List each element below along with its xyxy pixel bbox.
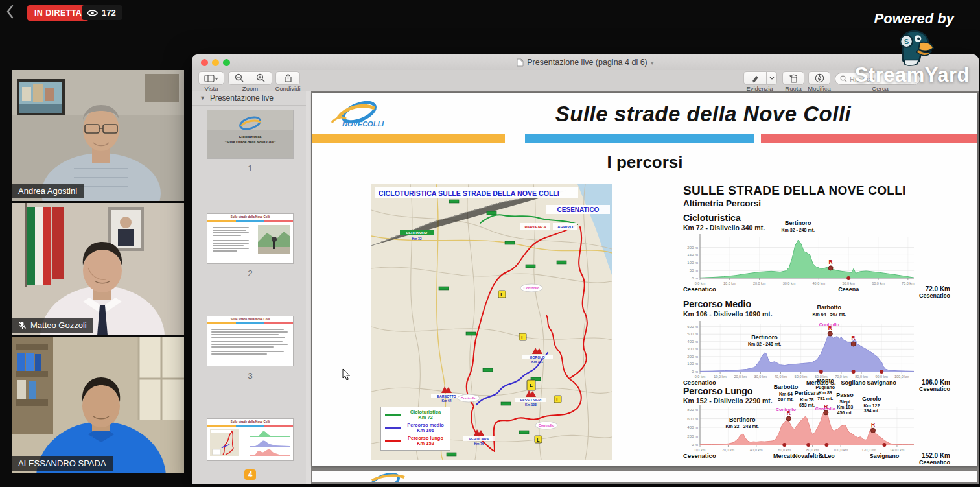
zoom-out-button[interactable] — [228, 71, 250, 85]
svg-text:Gorolo: Gorolo — [862, 396, 881, 402]
thumbnail-page-1[interactable]: Cicloturistica "Sulle strade della Nove … — [207, 110, 293, 158]
svg-text:Km 103: Km 103 — [525, 403, 537, 407]
map-legend: CicloturisticaKm 72 Percorso medioKm 106… — [380, 407, 450, 451]
svg-text:Bertinoro: Bertinoro — [785, 220, 811, 226]
participant-name: Andrea Agostini — [18, 186, 77, 196]
thumbnail-page-2[interactable]: Sulle strade della Nove Colli — [207, 214, 293, 263]
svg-text:600 m: 600 m — [687, 325, 698, 329]
svg-text:791 mt.: 791 mt. — [817, 396, 833, 401]
svg-text:Cesena: Cesena — [838, 286, 859, 292]
zoom-out-icon — [235, 73, 244, 83]
map-title: CICLOTURISTICA SULLE STRADE DELLA NOVE C… — [379, 189, 559, 197]
sidebar-section-label: Presentazione live — [210, 93, 274, 102]
sidebar-scrollbar[interactable] — [306, 91, 311, 484]
mouse-cursor — [342, 368, 351, 383]
slide-page-4: NOVECOLLI Sulle strade della Nove Colli … — [312, 93, 977, 466]
svg-text:50,0 km: 50,0 km — [795, 375, 808, 379]
color-bar-red — [761, 134, 977, 143]
svg-text:GOROLO: GOROLO — [530, 355, 544, 359]
legend-line-swatch — [385, 414, 401, 416]
start-label: PARTENZA — [524, 224, 546, 229]
svg-text:800 m: 800 m — [687, 408, 698, 412]
title-chevron-icon: ▾ — [651, 59, 654, 66]
svg-text:Monte: Monte — [817, 377, 834, 384]
document-icon — [517, 58, 524, 67]
svg-text:10,0 km: 10,0 km — [723, 281, 736, 285]
svg-text:Km 64: Km 64 — [779, 392, 793, 396]
svg-text:Controllo: Controllo — [819, 322, 839, 327]
svg-text:Savignano: Savignano — [870, 453, 900, 459]
svg-text:L: L — [556, 398, 559, 402]
eye-icon — [87, 9, 98, 17]
page-number-3: 3 — [192, 371, 309, 381]
highlight-button[interactable] — [743, 71, 767, 85]
altimetry-subtitle: Altimetria Percorsi — [683, 198, 761, 208]
svg-text:Km 89: Km 89 — [819, 390, 832, 395]
city-label: CESENATICO — [557, 206, 600, 213]
svg-text:Cesenatico: Cesenatico — [683, 452, 716, 459]
svg-text:Km 32 - 248 mt.: Km 32 - 248 mt. — [782, 228, 815, 232]
share-button[interactable] — [275, 71, 300, 85]
altimetry-title: SULLE STRADE DELLA NOVE COLLI — [683, 184, 906, 198]
vista-button[interactable] — [198, 71, 224, 85]
search-icon — [840, 75, 847, 82]
svg-text:Siepi: Siepi — [839, 399, 850, 405]
svg-text:Controllo: Controllo — [461, 396, 477, 400]
svg-text:30,0 km: 30,0 km — [783, 281, 796, 285]
svg-text:150 m: 150 m — [687, 253, 698, 257]
svg-text:40,0 km: 40,0 km — [813, 281, 826, 285]
svg-text:Mercato: Mercato — [773, 453, 796, 459]
svg-text:100,0 km: 100,0 km — [894, 375, 909, 379]
svg-text:L: L — [537, 438, 540, 442]
back-button[interactable] — [5, 4, 22, 22]
zoom-in-icon — [256, 73, 266, 83]
svg-text:80,0 km: 80,0 km — [806, 448, 819, 452]
highlighter-icon — [751, 74, 760, 83]
svg-text:50,0 km: 50,0 km — [842, 281, 855, 285]
svg-text:L: L — [500, 292, 504, 297]
thumb1-caption1: Cicloturistica — [207, 135, 293, 139]
legend-row-cicloturistica: CicloturisticaKm 72 — [385, 410, 447, 420]
markup-button[interactable] — [808, 71, 830, 85]
video-tile-alessandro: ALESSANDRO SPADA — [12, 337, 184, 473]
svg-text:Km 122: Km 122 — [863, 403, 880, 408]
svg-text:30,0 km: 30,0 km — [754, 375, 767, 379]
svg-text:300 m: 300 m — [687, 347, 698, 351]
svg-text:50 m: 50 m — [690, 268, 698, 272]
participant-name-tag: ALESSANDRO SPADA — [12, 456, 113, 471]
thumb1-caption2: "Sulle strade della Nove Colli" — [207, 140, 293, 144]
svg-text:BARBOTTO: BARBOTTO — [437, 394, 456, 398]
svg-text:Km 78: Km 78 — [800, 398, 813, 402]
svg-text:70,0 km: 70,0 km — [835, 375, 848, 379]
svg-text:R: R — [871, 422, 875, 428]
svg-text:Barbotto: Barbotto — [817, 304, 841, 311]
svg-text:Bertinoro: Bertinoro — [729, 416, 756, 423]
thumbnail-page-3[interactable]: Sulle strade della Nove Colli — [207, 316, 293, 366]
svg-text:140,0 km: 140,0 km — [890, 448, 905, 452]
video-tile-matteo: Matteo Gozzoli — [12, 203, 184, 335]
svg-text:Cesenatico: Cesenatico — [919, 459, 951, 466]
altimetry-panel: SULLE STRADE DELLA NOVE COLLI Altimetria… — [683, 184, 968, 464]
participant-name-tag: Matteo Gozzoli — [12, 318, 93, 333]
back-chevron-icon — [5, 4, 14, 19]
participant-name: Matteo Gozzoli — [30, 320, 87, 330]
streamyard-wordmark: StreamYard — [855, 64, 970, 87]
legend-line-swatch — [385, 427, 401, 429]
svg-text:Controllo: Controllo — [539, 423, 555, 427]
next-slide-preview — [312, 471, 977, 482]
svg-text:R: R — [829, 259, 833, 265]
svg-text:400 m: 400 m — [687, 425, 698, 429]
svg-text:Controllo: Controllo — [524, 286, 540, 290]
thumb3-title: Sulle strade della Nove Colli — [231, 318, 270, 321]
current-page-badge: 4 — [244, 469, 257, 480]
sidebar-section-header[interactable]: ▼ Presentazione live — [192, 91, 306, 106]
disclosure-triangle-icon: ▼ — [200, 95, 205, 101]
preview-window: Presentazione live (pagina 4 di 6) ▾ Vis… — [192, 54, 979, 484]
svg-text:500 m: 500 m — [687, 332, 698, 336]
viewer-count-badge: 172 — [82, 5, 122, 20]
thumbnail-page-4-current[interactable]: Sulle strade della Nove Colli — [207, 419, 293, 460]
rotate-button[interactable] — [782, 71, 804, 85]
color-bar-orange — [312, 134, 505, 143]
zoom-in-button[interactable] — [250, 71, 272, 85]
highlight-menu-button[interactable] — [767, 71, 777, 85]
